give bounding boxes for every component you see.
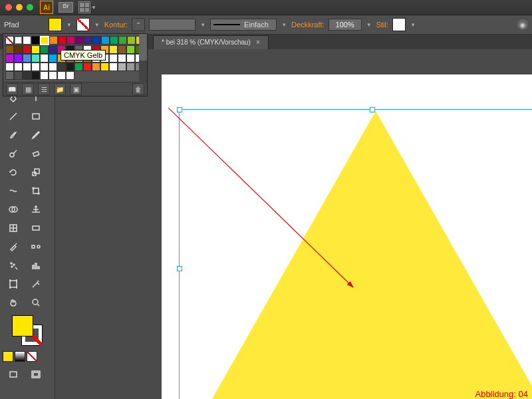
- swatch[interactable]: [109, 45, 118, 54]
- change-screen-mode[interactable]: [25, 366, 47, 383]
- swatch[interactable]: [126, 54, 135, 63]
- eyedropper-tool[interactable]: [3, 238, 24, 255]
- swatch[interactable]: [66, 36, 75, 45]
- opacity-input[interactable]: 100%: [329, 19, 362, 31]
- close-icon[interactable]: ×: [256, 39, 260, 46]
- swatch[interactable]: [40, 54, 49, 63]
- paintbrush-tool[interactable]: [3, 126, 24, 144]
- chevron-down-icon[interactable]: ▼: [200, 20, 206, 29]
- screen-mode-normal[interactable]: [3, 366, 24, 383]
- settings-icon[interactable]: ◉: [517, 19, 528, 30]
- stroke-swatch[interactable]: [76, 18, 90, 31]
- new-group-icon[interactable]: 📁: [54, 83, 66, 95]
- chevron-down-icon[interactable]: ▼: [410, 20, 416, 29]
- artboard-tool[interactable]: [3, 275, 24, 293]
- swatch[interactable]: [101, 36, 110, 45]
- fill-stroke-indicator[interactable]: [12, 315, 43, 346]
- chevron-down-icon[interactable]: ▼: [94, 20, 100, 29]
- symbol-sprayer-tool[interactable]: [3, 257, 24, 274]
- resize-handle[interactable]: [177, 266, 182, 271]
- chevron-down-icon[interactable]: ▼: [90, 3, 97, 12]
- pencil-tool[interactable]: [25, 126, 47, 144]
- graphic-style-swatch[interactable]: [392, 18, 406, 31]
- swatch[interactable]: [92, 63, 100, 71]
- swatch[interactable]: [100, 63, 109, 71]
- mesh-tool[interactable]: [3, 219, 24, 237]
- resize-handle[interactable]: [177, 107, 182, 112]
- swatch[interactable]: [31, 36, 40, 45]
- rotate-tool[interactable]: [3, 164, 24, 181]
- column-graph-tool[interactable]: [25, 257, 47, 274]
- swatch[interactable]: [5, 36, 14, 45]
- blend-tool[interactable]: [25, 238, 47, 255]
- swatch[interactable]: [23, 36, 31, 45]
- swatch-libraries-icon[interactable]: 📖: [6, 83, 18, 95]
- scroll-thumb[interactable]: [139, 34, 147, 61]
- canvas-area[interactable]: Abbildung: 04: [55, 49, 532, 399]
- width-tool[interactable]: [3, 182, 24, 200]
- zoom-dot[interactable]: [27, 4, 33, 11]
- new-swatch-icon[interactable]: ▣: [70, 83, 82, 95]
- swatch[interactable]: [14, 71, 23, 80]
- zoom-tool[interactable]: [25, 294, 47, 311]
- eraser-tool[interactable]: [25, 145, 47, 162]
- shape-builder-tool[interactable]: [3, 201, 24, 218]
- swatch[interactable]: [31, 54, 40, 63]
- hand-tool[interactable]: [3, 294, 24, 311]
- swatch[interactable]: [31, 63, 40, 71]
- swatch[interactable]: [83, 63, 92, 71]
- perspective-grid-tool[interactable]: [25, 201, 47, 218]
- swatch[interactable]: [118, 54, 126, 63]
- stroke-weight-select[interactable]: [149, 19, 196, 31]
- swatch[interactable]: [74, 63, 83, 71]
- rectangle-tool[interactable]: [25, 108, 47, 125]
- swatch[interactable]: [31, 71, 40, 80]
- resize-handle[interactable]: [370, 107, 375, 112]
- minimize-dot[interactable]: [16, 4, 23, 11]
- swatch[interactable]: [127, 36, 136, 45]
- swatch[interactable]: [84, 36, 92, 45]
- arrange-documents-icon[interactable]: [78, 1, 90, 13]
- swatch[interactable]: [31, 45, 40, 54]
- swatch[interactable]: [23, 45, 31, 54]
- swatch[interactable]: [75, 36, 84, 45]
- swatch[interactable]: [49, 54, 57, 63]
- bridge-button[interactable]: Br: [59, 2, 73, 13]
- swatch[interactable]: [118, 63, 126, 71]
- swatch[interactable]: [23, 54, 31, 63]
- swatch[interactable]: [14, 54, 23, 63]
- swatch[interactable]: [14, 45, 23, 54]
- swatch[interactable]: [110, 36, 118, 45]
- chevron-down-icon[interactable]: ▼: [366, 20, 372, 29]
- chevron-down-icon[interactable]: ▼: [66, 20, 72, 29]
- swatch[interactable]: [57, 71, 66, 80]
- swatch[interactable]: [14, 63, 23, 71]
- swatch[interactable]: [49, 36, 58, 45]
- line-tool[interactable]: [3, 108, 24, 125]
- swatch[interactable]: [14, 36, 23, 45]
- swatch[interactable]: [40, 71, 49, 80]
- free-transform-tool[interactable]: [25, 182, 47, 200]
- swatch[interactable]: [92, 36, 101, 45]
- stroke-weight-decrement[interactable]: ⌃: [132, 18, 145, 31]
- color-mode-gradient[interactable]: [15, 351, 25, 362]
- swatch[interactable]: [109, 63, 118, 71]
- delete-swatch-icon[interactable]: 🗑: [132, 83, 144, 95]
- slice-tool[interactable]: [25, 275, 47, 293]
- swatch[interactable]: [126, 63, 135, 71]
- swatch[interactable]: [126, 45, 135, 54]
- swatch[interactable]: [118, 36, 127, 45]
- swatch[interactable]: [118, 45, 126, 54]
- swatch[interactable]: [40, 45, 49, 54]
- swatch[interactable]: [5, 71, 14, 80]
- swatch[interactable]: [49, 63, 57, 71]
- color-mode-solid[interactable]: [3, 351, 13, 362]
- swatch[interactable]: [5, 54, 14, 63]
- swatch[interactable]: [40, 36, 49, 45]
- swatch[interactable]: [58, 36, 66, 45]
- fill-box[interactable]: [12, 315, 33, 336]
- stroke-profile-select[interactable]: Einfach: [210, 19, 277, 31]
- swatch[interactable]: [66, 71, 74, 80]
- swatch[interactable]: [5, 45, 14, 54]
- fill-swatch[interactable]: [49, 18, 62, 31]
